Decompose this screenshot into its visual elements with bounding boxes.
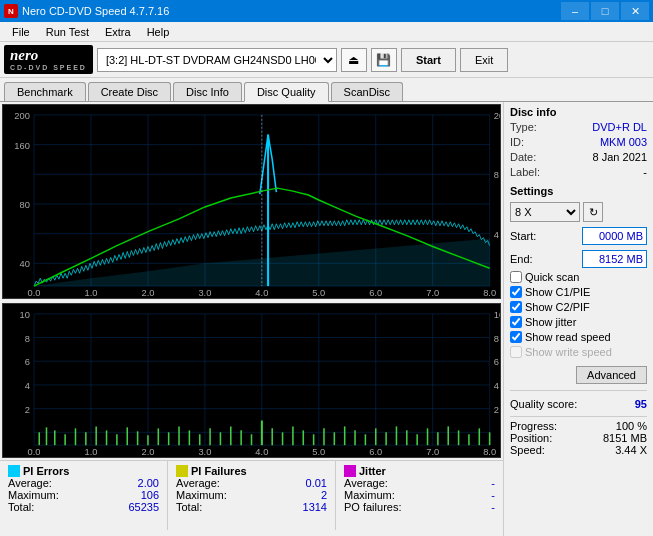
jitter-avg-label: Average: (344, 477, 388, 489)
svg-text:2.0: 2.0 (141, 447, 154, 457)
svg-text:4.0: 4.0 (255, 447, 268, 457)
end-mb-input[interactable] (582, 250, 647, 268)
pif-avg-label: Average: (176, 477, 220, 489)
tabs: Benchmark Create Disc Disc Info Disc Qua… (0, 78, 653, 102)
svg-text:0.0: 0.0 (28, 447, 41, 457)
svg-text:2.0: 2.0 (141, 288, 154, 298)
minimize-button[interactable]: – (561, 2, 589, 20)
speed-select[interactable]: 8 X (510, 202, 580, 222)
disc-info-title: Disc info (510, 106, 647, 118)
id-value: MKM 003 (600, 136, 647, 148)
tab-benchmark[interactable]: Benchmark (4, 82, 86, 101)
write-speed-row: Show write speed (510, 346, 647, 358)
svg-text:10: 10 (494, 310, 500, 320)
position-value: 8151 MB (603, 432, 647, 444)
date-label: Date: (510, 151, 536, 163)
write-speed-checkbox (510, 346, 522, 358)
drive-select[interactable]: [3:2] HL-DT-ST DVDRAM GH24NSD0 LH00 (97, 48, 337, 72)
speed-value: 3.44 X (615, 444, 647, 456)
svg-text:20: 20 (494, 111, 500, 121)
svg-text:5.0: 5.0 (312, 288, 325, 298)
save-button[interactable]: 💾 (371, 48, 397, 72)
jitter-color (344, 465, 356, 477)
tab-disc-info[interactable]: Disc Info (173, 82, 242, 101)
progress-row: Progress: 100 % (510, 420, 647, 432)
start-row: Start: (510, 227, 647, 245)
menu-file[interactable]: File (4, 24, 38, 40)
c2pif-label: Show C2/PIF (525, 301, 590, 313)
chart-top: 200 160 80 40 20 8 4 0.0 1.0 2.0 3.0 4.0… (2, 104, 501, 299)
svg-text:4: 4 (25, 381, 30, 391)
tab-create-disc[interactable]: Create Disc (88, 82, 171, 101)
pif-avg-value: 0.01 (306, 477, 327, 489)
pi-total-value: 65235 (128, 501, 159, 513)
jitter-max-value: - (491, 489, 495, 501)
close-button[interactable]: ✕ (621, 2, 649, 20)
po-fail-label: PO failures: (344, 501, 401, 513)
svg-text:7.0: 7.0 (426, 447, 439, 457)
read-speed-label: Show read speed (525, 331, 611, 343)
svg-text:8.0: 8.0 (483, 447, 496, 457)
type-label: Type: (510, 121, 537, 133)
pi-avg-value: 2.00 (138, 477, 159, 489)
jitter-cb-label: Show jitter (525, 316, 576, 328)
svg-text:4: 4 (494, 381, 499, 391)
tab-scan-disc[interactable]: ScanDisc (331, 82, 403, 101)
pif-max-value: 2 (321, 489, 327, 501)
pi-avg-label: Average: (8, 477, 52, 489)
jitter-row: Show jitter (510, 316, 647, 328)
title-bar: N Nero CD-DVD Speed 4.7.7.16 – □ ✕ (0, 0, 653, 22)
menu-help[interactable]: Help (139, 24, 178, 40)
type-value: DVD+R DL (592, 121, 647, 133)
c2pif-checkbox[interactable] (510, 301, 522, 313)
svg-text:4: 4 (494, 230, 499, 240)
pi-total-label: Total: (8, 501, 34, 513)
svg-text:0.0: 0.0 (28, 288, 41, 298)
svg-text:10: 10 (20, 310, 30, 320)
speed-row-prog: Speed: 3.44 X (510, 444, 647, 456)
advanced-button[interactable]: Advanced (576, 366, 647, 384)
svg-text:8: 8 (25, 334, 30, 344)
jitter-avg-value: - (491, 477, 495, 489)
c1pie-checkbox[interactable] (510, 286, 522, 298)
eject-button[interactable]: ⏏ (341, 48, 367, 72)
start-mb-input[interactable] (582, 227, 647, 245)
maximize-button[interactable]: □ (591, 2, 619, 20)
c1pie-row: Show C1/PIE (510, 286, 647, 298)
jitter-label: Jitter (359, 465, 386, 477)
svg-text:3.0: 3.0 (198, 288, 211, 298)
svg-text:8: 8 (494, 334, 499, 344)
svg-text:8.0: 8.0 (483, 288, 496, 298)
svg-text:6.0: 6.0 (369, 288, 382, 298)
svg-text:1.0: 1.0 (85, 288, 98, 298)
quick-scan-label: Quick scan (525, 271, 579, 283)
c1pie-label: Show C1/PIE (525, 286, 590, 298)
c2pif-row: Show C2/PIF (510, 301, 647, 313)
chart-bottom: 10 8 6 4 2 10 8 6 4 2 0.0 1.0 2.0 3.0 4.… (2, 303, 501, 458)
chart-top-svg: 200 160 80 40 20 8 4 0.0 1.0 2.0 3.0 4.0… (3, 105, 500, 298)
menu-run-test[interactable]: Run Test (38, 24, 97, 40)
exit-button[interactable]: Exit (460, 48, 508, 72)
progress-value: 100 % (616, 420, 647, 432)
svg-text:8: 8 (494, 170, 499, 180)
read-speed-checkbox[interactable] (510, 331, 522, 343)
position-row: Position: 8151 MB (510, 432, 647, 444)
main-content: 200 160 80 40 20 8 4 0.0 1.0 2.0 3.0 4.0… (0, 102, 653, 536)
pif-total-value: 1314 (303, 501, 327, 513)
end-row: End: (510, 250, 647, 268)
menu-extra[interactable]: Extra (97, 24, 139, 40)
read-speed-row: Show read speed (510, 331, 647, 343)
quick-scan-checkbox[interactable] (510, 271, 522, 283)
svg-text:200: 200 (14, 111, 30, 121)
pi-failures-color (176, 465, 188, 477)
svg-text:2: 2 (25, 405, 30, 415)
position-label: Position: (510, 432, 552, 444)
tab-disc-quality[interactable]: Disc Quality (244, 82, 329, 102)
disc-label-label: Label: (510, 166, 540, 178)
jitter-checkbox[interactable] (510, 316, 522, 328)
stats-bar: PI Errors Average: 2.00 Maximum: 106 Tot… (0, 460, 503, 530)
right-panel: Disc info Type: DVD+R DL ID: MKM 003 Dat… (503, 102, 653, 536)
pi-errors-label: PI Errors (23, 465, 69, 477)
refresh-button[interactable]: ↻ (583, 202, 603, 222)
start-button[interactable]: Start (401, 48, 456, 72)
